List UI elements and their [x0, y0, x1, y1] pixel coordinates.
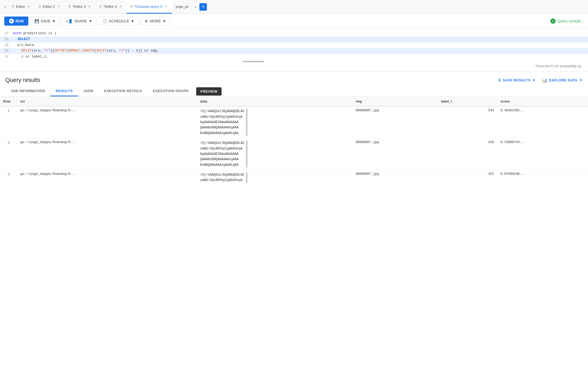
tab-forward-button[interactable]: ›	[192, 3, 198, 11]
save-results-label: SAVE RESULTS	[503, 78, 531, 82]
save-label: SAVE	[41, 19, 50, 23]
data-scroll-1: /9j/4AAQSkZJRgABAQEBLAEsAAD/4QzARXhpZgAA…	[200, 109, 349, 136]
col-label-i-sort[interactable]: ↕	[454, 100, 455, 103]
cell-img-2: 00000007.jpg	[353, 138, 438, 170]
tab-json[interactable]: JSON	[78, 86, 99, 96]
tab-editor1[interactable]: ⚲ Editor ×	[8, 0, 35, 14]
line-num-28: 28	[0, 37, 13, 42]
search-icon-3: ⚲	[68, 5, 71, 9]
tab-execution-details[interactable]: EXECUTION DETAILS	[99, 86, 148, 96]
tab-editor4[interactable]: ⚲ *Editor 4 ×	[95, 0, 126, 14]
tab-preview-label: PREVIEW	[200, 89, 217, 93]
code-text-29: uri,data,	[13, 42, 588, 48]
tab-job-information-label: JOB INFORMATION	[11, 89, 45, 93]
cell-data-2: /9j/4AAQSkZJRgABAQEBLAEsAAD/4QzARXhpZgAA…	[197, 138, 352, 170]
tab-execution-graph-label: EXECUTION GRAPH	[153, 89, 189, 93]
gear-icon: ⚙	[145, 19, 148, 23]
chart-icon: 📊	[542, 78, 548, 83]
cell-img-3: 00000007.jpg	[353, 170, 438, 186]
cell-row-1: 1	[0, 106, 17, 138]
share-label: SHARE	[74, 19, 87, 23]
tab-unsaved5[interactable]: ⚲ *Unsaved query 5 ×	[126, 0, 172, 14]
col-score-sort[interactable]: ↕	[512, 100, 513, 103]
clock-icon: 🕐	[103, 19, 107, 23]
cell-img-1: 00000007.jpg	[353, 106, 438, 138]
tab-add-button[interactable]: +	[199, 3, 207, 11]
search-icon-5: ⚲	[130, 5, 133, 9]
sub-tabs: JOB INFORMATION RESULTS JSON EXECUTION D…	[0, 86, 588, 97]
data-content-3: /9j/4AAQSkZJRgABAQEBLAEsAAD/4QzARXhpZgAA…	[200, 172, 244, 183]
save-dropdown-icon: ▼	[52, 19, 56, 23]
tab-yoga-pc-label: yoga_pc	[176, 5, 189, 9]
tab-editor4-label: *Editor 4	[103, 5, 117, 9]
results-table: Row ↕ uri ↕ data ↕ img ↕ label_i ↕	[0, 97, 588, 186]
tab-editor3[interactable]: ⚲ *Editor 3 ×	[64, 0, 95, 14]
table-row: 3 gs://yoga_images/Downdog/0... /9j/4AAQ…	[0, 170, 588, 186]
data-scrollbar-3[interactable]	[246, 172, 247, 183]
col-data: data ↕	[197, 97, 352, 106]
cell-label-i-2: 416	[438, 138, 497, 170]
col-uri: uri ↕	[17, 97, 197, 106]
code-line-28: 28 SELECT	[0, 37, 588, 42]
tab-editor4-close[interactable]: ×	[118, 4, 123, 9]
tab-back-button[interactable]: ‹	[2, 3, 8, 11]
data-scrollbar-1[interactable]	[246, 109, 247, 136]
code-line-31: 31 i as label_i,	[0, 54, 588, 60]
code-editor[interactable]: 27 with predictions as ( 28 SELECT 29 ur…	[0, 29, 588, 72]
toolbar: RUN 💾 SAVE ▼ +👤 SHARE ▼ 🕐 SCHEDULE ▼ ⚙ M…	[0, 14, 588, 29]
cell-uri-1: gs://yoga_images/Downdog/0...	[17, 106, 197, 138]
tab-editor2[interactable]: ⚲ Editor 2 ×	[35, 0, 64, 14]
tab-job-information[interactable]: JOB INFORMATION	[5, 86, 51, 96]
tab-unsaved5-close[interactable]: ×	[164, 4, 168, 9]
results-actions: ⇩ SAVE RESULTS ▼ 📊 EXPLORE DATA ▼	[498, 78, 583, 83]
save-button[interactable]: 💾 SAVE ▼	[30, 17, 60, 25]
col-img-sort[interactable]: ↕	[364, 100, 365, 103]
share-button[interactable]: +👤 SHARE ▼	[62, 17, 96, 25]
cell-row-2: 2	[0, 138, 17, 170]
run-button[interactable]: RUN	[4, 17, 28, 26]
tab-results[interactable]: RESULTS	[51, 86, 78, 96]
tab-execution-graph[interactable]: EXECUTION GRAPH	[148, 86, 194, 96]
code-text-30: SPLIT(uri, "/")[OFFSET(ARRAY_LENGTH(SPLI…	[13, 48, 588, 54]
tab-yoga-pc[interactable]: yoga_pc	[172, 0, 192, 14]
more-button[interactable]: ⚙ MORE ▼	[141, 17, 170, 25]
col-label-i: label_i ↕	[438, 97, 497, 106]
results-table-container: Row ↕ uri ↕ data ↕ img ↕ label_i ↕	[0, 97, 588, 186]
col-row: Row ↕	[0, 97, 17, 106]
col-data-sort[interactable]: ↕	[209, 100, 211, 103]
tab-bar: ‹ ⚲ Editor × ⚲ Editor 2 × ⚲ *Editor 3 × …	[0, 0, 588, 14]
tab-editor1-close[interactable]: ×	[27, 4, 31, 9]
data-scroll-3: /9j/4AAQSkZJRgABAQEBLAEsAAD/4QzARXhpZgAA…	[200, 172, 349, 183]
horizontal-scrollbar[interactable]	[243, 61, 264, 62]
cell-uri-3: gs://yoga_images/Downdog/0...	[17, 170, 197, 186]
check-circle-icon: ✓	[550, 18, 556, 24]
table-row: 2 gs://yoga_images/Downdog/0... /9j/4AAQ…	[0, 138, 588, 170]
tab-unsaved5-label: *Unsaved query 5	[134, 5, 162, 9]
run-label: RUN	[16, 19, 24, 23]
cell-label-i-3: 422	[438, 170, 497, 186]
cell-label-i-1: 543	[438, 106, 497, 138]
more-label: MORE	[150, 19, 161, 23]
code-text-28: SELECT	[13, 37, 588, 42]
tab-editor3-label: *Editor 3	[72, 5, 86, 9]
status-complete: ✓ Query comple...	[550, 18, 584, 24]
data-scrollbar-2[interactable]	[246, 140, 247, 168]
tab-editor2-close[interactable]: ×	[56, 4, 61, 9]
schedule-button[interactable]: 🕐 SCHEDULE ▼	[99, 17, 138, 25]
search-icon-4: ⚲	[99, 5, 102, 9]
tab-editor1-label: Editor	[16, 5, 25, 9]
tab-editor3-close[interactable]: ×	[87, 4, 92, 9]
explore-data-button[interactable]: 📊 EXPLORE DATA ▼	[542, 78, 583, 83]
code-text-31: i as label_i,	[13, 54, 588, 60]
col-uri-sort[interactable]: ↕	[27, 100, 28, 103]
cell-score-1: 0.40262395...	[497, 106, 588, 138]
table-row: 1 gs://yoga_images/Downdog/0... /9j/4AAQ…	[0, 106, 588, 138]
table-header: Row ↕ uri ↕ data ↕ img ↕ label_i ↕	[0, 97, 588, 106]
table-body: 1 gs://yoga_images/Downdog/0... /9j/4AAQ…	[0, 106, 588, 185]
col-row-sort[interactable]: ↕	[13, 100, 14, 103]
tab-results-label: RESULTS	[56, 89, 73, 93]
tab-preview[interactable]: PREVIEW	[196, 87, 222, 96]
save-results-button[interactable]: ⇩ SAVE RESULTS ▼	[498, 78, 536, 83]
line-num-30: 30	[0, 48, 13, 54]
schedule-label: SCHEDULE	[109, 19, 129, 23]
